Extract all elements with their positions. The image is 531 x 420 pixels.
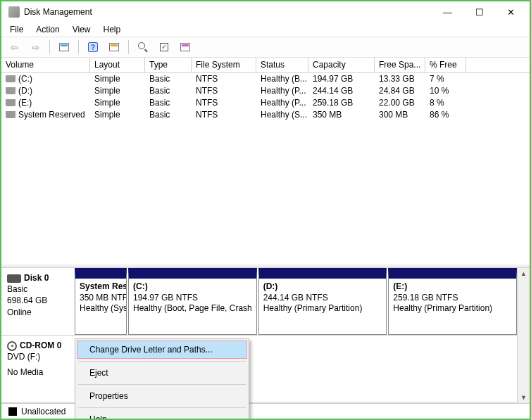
cdrom-info[interactable]: CD-ROM 0 DVD (F:) No Media xyxy=(1,336,75,402)
toolbar: ⇦ ⇨ ? ✓ xyxy=(1,37,530,58)
legend-unallocated-label: Unallocated xyxy=(21,407,65,416)
menu-file[interactable]: File xyxy=(4,23,29,36)
table-row[interactable]: System ReservedSimpleBasicNTFSHealthy (S… xyxy=(1,109,530,121)
help-button[interactable]: ? xyxy=(85,39,101,55)
partition-box[interactable]: (D:)244.14 GB NTFSHealthy (Primary Parti… xyxy=(258,268,387,335)
scroll-down-icon[interactable]: ▼ xyxy=(520,392,527,403)
view-button-1[interactable] xyxy=(106,39,123,55)
view-icon-2 xyxy=(180,43,190,51)
menu-view[interactable]: View xyxy=(67,23,96,36)
separator xyxy=(78,361,246,362)
cdrom-icon xyxy=(7,341,17,351)
window-title: Disk Management xyxy=(24,7,432,17)
separator xyxy=(78,384,246,385)
check-icon: ✓ xyxy=(160,43,168,51)
col-status[interactable]: Status xyxy=(256,58,308,72)
view-button-2[interactable] xyxy=(177,39,194,55)
col-free[interactable]: Free Spa... xyxy=(375,58,425,72)
col-type[interactable]: Type xyxy=(145,58,192,72)
ctx-help[interactable]: Help xyxy=(77,410,247,420)
separator xyxy=(78,40,79,54)
help-icon: ? xyxy=(88,42,98,52)
separator xyxy=(128,40,129,54)
separator xyxy=(49,40,50,54)
scan-button[interactable] xyxy=(135,39,151,55)
view-icon xyxy=(109,43,119,51)
minimize-button[interactable]: ― xyxy=(432,2,463,22)
ctx-eject[interactable]: Eject xyxy=(77,364,247,382)
maximize-button[interactable]: ☐ xyxy=(463,2,495,22)
forward-button[interactable]: ⇨ xyxy=(27,39,44,55)
table-header: Volume Layout Type File System Status Ca… xyxy=(1,58,530,73)
context-menu: Change Drive Letter and Paths... Eject P… xyxy=(75,338,249,420)
graphical-pane: Disk 0 Basic 698.64 GB Online System Res… xyxy=(1,267,530,419)
separator xyxy=(78,407,246,408)
check-button[interactable]: ✓ xyxy=(156,39,173,55)
col-capacity[interactable]: Capacity xyxy=(308,58,375,72)
table-row[interactable]: (D:)SimpleBasicNTFSHealthy (P...244.14 G… xyxy=(1,85,530,97)
drive-icon xyxy=(6,87,15,94)
ctx-properties[interactable]: Properties xyxy=(77,387,247,405)
disk-icon xyxy=(7,274,21,283)
partition-box[interactable]: System Rese350 MB NTFSHealthy (Syst xyxy=(75,268,127,335)
disk0-info[interactable]: Disk 0 Basic 698.64 GB Online xyxy=(1,268,75,335)
titlebar: Disk Management ― ☐ ✕ xyxy=(1,1,530,23)
details-button[interactable] xyxy=(56,39,73,55)
table-row[interactable]: (E:)SimpleBasicNTFSHealthy (P...259.18 G… xyxy=(1,97,530,109)
drive-icon xyxy=(6,75,15,82)
menu-help[interactable]: Help xyxy=(98,23,127,36)
partition-box[interactable]: (E:)259.18 GB NTFSHealthy (Primary Parti… xyxy=(388,268,517,335)
scroll-up-icon[interactable]: ▲ xyxy=(520,268,527,279)
legend-unallocated-swatch xyxy=(8,407,17,416)
menubar: File Action View Help xyxy=(1,23,530,37)
col-pfree[interactable]: % Free xyxy=(425,58,466,72)
col-volume[interactable]: Volume xyxy=(1,58,90,72)
scrollbar[interactable]: ▲ ▼ xyxy=(517,268,530,403)
app-icon xyxy=(8,6,20,18)
drive-icon xyxy=(6,111,15,118)
col-layout[interactable]: Layout xyxy=(90,58,145,72)
partition-box[interactable]: (C:)194.97 GB NTFSHealthy (Boot, Page Fi… xyxy=(128,268,257,335)
close-button[interactable]: ✕ xyxy=(495,2,527,22)
volume-table: Volume Layout Type File System Status Ca… xyxy=(1,58,530,267)
details-icon xyxy=(59,43,69,51)
disk-row-disk0: Disk 0 Basic 698.64 GB Online System Res… xyxy=(1,268,517,336)
col-fs[interactable]: File System xyxy=(192,58,256,72)
back-button[interactable]: ⇦ xyxy=(6,39,23,55)
menu-action[interactable]: Action xyxy=(30,23,65,36)
ctx-change-drive-letter[interactable]: Change Drive Letter and Paths... xyxy=(77,341,247,359)
magnifier-icon xyxy=(138,42,148,52)
drive-icon xyxy=(6,99,15,106)
table-row[interactable]: (C:)SimpleBasicNTFSHealthy (B...194.97 G… xyxy=(1,73,530,85)
